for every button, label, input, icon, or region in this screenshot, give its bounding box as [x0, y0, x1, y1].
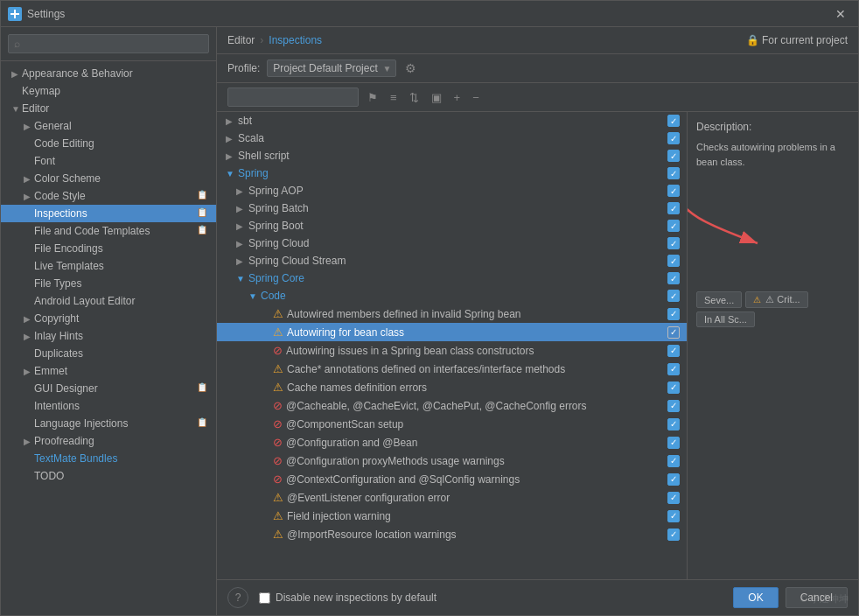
checkbox-spring[interactable]: ✓ — [667, 167, 680, 179]
checkbox-shell[interactable]: ✓ — [667, 150, 680, 162]
inspection-component-scan[interactable]: ⊘ @ComponentScan setup ✓ — [217, 415, 687, 433]
inspection-event-listener[interactable]: ⚠ @EventListener configuration error ✓ — [217, 488, 687, 507]
expand-arrow-icon — [261, 419, 273, 429]
checkbox-spring-boot[interactable]: ✓ — [667, 220, 680, 232]
checkbox-import-resource[interactable]: ✓ — [667, 528, 680, 541]
filter-button[interactable]: ⚑ — [364, 89, 381, 106]
severity-warn-icon: ⚠ — [273, 381, 283, 394]
inspection-spring-batch[interactable]: ▶ Spring Batch ✓ — [217, 200, 687, 217]
sidebar-search-input[interactable] — [8, 34, 209, 53]
for-current-project[interactable]: 🔒 For current project — [746, 34, 848, 46]
sidebar-item-live-templates[interactable]: Live Templates — [1, 257, 216, 275]
remove-button[interactable]: − — [469, 89, 483, 106]
checkbox-context-config[interactable]: ✓ — [667, 473, 680, 486]
checkbox-autowired-invalid[interactable]: ✓ — [667, 308, 680, 320]
sidebar-item-color-scheme[interactable]: ▶ Color Scheme — [1, 170, 216, 187]
sidebar-item-code-editing[interactable]: Code Editing — [1, 135, 216, 152]
inspection-code[interactable]: ▼ Code ✓ — [217, 287, 687, 304]
sidebar-item-inlay-hints[interactable]: ▶ Inlay Hints — [1, 327, 216, 345]
checkbox-cache-names[interactable]: ✓ — [667, 382, 680, 394]
inspection-spring-cloud-stream[interactable]: ▶ Spring Cloud Stream ✓ — [217, 252, 687, 270]
checkbox-autowiring-bean[interactable]: ✓ — [667, 326, 680, 339]
group-by-button[interactable]: ≡ — [387, 89, 401, 106]
sidebar-item-android-layout[interactable]: Android Layout Editor — [1, 292, 216, 310]
sidebar-item-copyright[interactable]: ▶ Copyright — [1, 310, 216, 327]
sidebar-item-file-templates[interactable]: File and Code Templates 📋 — [1, 222, 216, 240]
sidebar-item-duplicates[interactable]: Duplicates — [1, 345, 216, 362]
checkbox-spring-cloud-stream[interactable]: ✓ — [667, 255, 680, 267]
severity-button[interactable]: Seve... — [696, 291, 742, 308]
filter-input[interactable] — [227, 88, 359, 107]
sidebar-item-font[interactable]: Font — [1, 152, 216, 170]
gear-button[interactable]: ⚙ — [403, 60, 418, 77]
checkbox-cache-annotations[interactable]: ✓ — [667, 363, 680, 375]
checkbox-spring-cloud[interactable]: ✓ — [667, 237, 680, 249]
inspection-autowiring-issues[interactable]: ⊘ Autowiring issues in a Spring bean cla… — [217, 341, 687, 360]
expand-arrow-icon: ▶ — [226, 116, 238, 126]
profile-select[interactable]: Project Default Project Default — [267, 60, 396, 77]
inspection-spring-aop[interactable]: ▶ Spring AOP ✓ — [217, 182, 687, 200]
checkbox-event-listener[interactable]: ✓ — [667, 492, 680, 504]
arrow-icon — [24, 227, 34, 236]
checkbox-code[interactable]: ✓ — [667, 290, 680, 302]
help-button[interactable]: ? — [227, 587, 248, 608]
bottom-bar: ? Disable new inspections by default OK … — [217, 579, 858, 615]
crit-button[interactable]: ⚠ ⚠ Crit... — [745, 291, 807, 308]
inspection-spring[interactable]: ▼ Spring ✓ — [217, 164, 687, 182]
inspection-spring-core[interactable]: ▼ Spring Core ✓ — [217, 270, 687, 287]
inspection-cache-annotations[interactable]: ⚠ Cache* annotations defined on interfac… — [217, 360, 687, 378]
checkbox-component-scan[interactable]: ✓ — [667, 418, 680, 430]
inspection-spring-cloud[interactable]: ▶ Spring Cloud ✓ — [217, 234, 687, 252]
sidebar-item-todo[interactable]: TODO — [1, 467, 216, 485]
checkbox-autowiring-issues[interactable]: ✓ — [667, 345, 680, 357]
checkbox-config-proxy[interactable]: ✓ — [667, 455, 680, 467]
checkbox-spring-aop[interactable]: ✓ — [667, 185, 680, 197]
sidebar-item-proofreading[interactable]: ▶ Proofreading — [1, 432, 216, 450]
inspection-import-resource[interactable]: ⚠ @ImportResource location warnings ✓ — [217, 525, 687, 543]
inspection-context-config[interactable]: ⊘ @ContextConfiguration and @SqlConfig w… — [217, 470, 687, 488]
inspection-spring-boot[interactable]: ▶ Spring Boot ✓ — [217, 217, 687, 234]
inspection-field-injection[interactable]: ⚠ Field injection warning ✓ — [217, 507, 687, 525]
sidebar-item-code-style[interactable]: ▶ Code Style 📋 — [1, 187, 216, 205]
add-button[interactable]: + — [450, 89, 464, 106]
sidebar-item-intentions[interactable]: Intentions — [1, 397, 216, 415]
severity-error-icon: ⊘ — [273, 454, 283, 467]
inspection-autowiring-bean[interactable]: ⚠ Autowiring for bean class ✓ — [217, 323, 687, 341]
checkbox-spring-core[interactable]: ✓ — [667, 272, 680, 284]
bottom-left: ? Disable new inspections by default — [227, 587, 436, 608]
sidebar-item-textmate[interactable]: TextMate Bundles — [1, 450, 216, 467]
ok-button[interactable]: OK — [733, 587, 778, 608]
sort-button[interactable]: ⇅ — [406, 89, 423, 106]
sidebar-item-file-types[interactable]: File Types — [1, 275, 216, 292]
sidebar-item-emmet[interactable]: ▶ Emmet — [1, 362, 216, 380]
inspection-config-proxy[interactable]: ⊘ @Configuration proxyMethods usage warn… — [217, 452, 687, 470]
inspection-shell[interactable]: ▶ Shell script ✓ — [217, 147, 687, 164]
sidebar-item-appearance[interactable]: ▶ Appearance & Behavior — [1, 65, 216, 82]
inspection-cacheable[interactable]: ⊘ @Cacheable, @CacheEvict, @CachePut, @C… — [217, 396, 687, 415]
expand-all-button[interactable]: ▣ — [428, 89, 445, 106]
arrow-icon: ▶ — [24, 174, 34, 184]
inspection-cache-names[interactable]: ⚠ Cache names definition errors ✓ — [217, 378, 687, 396]
scope-button[interactable]: In All Sc... — [696, 312, 755, 327]
sidebar-item-general[interactable]: ▶ General — [1, 117, 216, 135]
sidebar-item-keymap[interactable]: Keymap — [1, 82, 216, 100]
checkbox-cacheable[interactable]: ✓ — [667, 400, 680, 412]
sidebar-item-file-encodings[interactable]: File Encodings — [1, 240, 216, 257]
inspection-config-bean[interactable]: ⊘ @Configuration and @Bean ✓ — [217, 433, 687, 452]
checkbox-scala[interactable]: ✓ — [667, 132, 680, 144]
checkbox-config-bean[interactable]: ✓ — [667, 437, 680, 449]
checkbox-spring-batch[interactable]: ✓ — [667, 202, 680, 214]
filter-toolbar: 🔍 ⚑ ≡ ⇅ ▣ + − — [217, 83, 858, 112]
sidebar-item-inspections[interactable]: Inspections 📋 — [1, 205, 216, 222]
disable-inspections-checkbox[interactable] — [259, 592, 270, 604]
breadcrumb-sep: › — [260, 34, 263, 46]
checkbox-field-injection[interactable]: ✓ — [667, 510, 680, 522]
checkbox-sbt[interactable]: ✓ — [667, 115, 680, 127]
inspection-sbt[interactable]: ▶ sbt ✓ — [217, 112, 687, 130]
sidebar-item-gui-designer[interactable]: GUI Designer 📋 — [1, 380, 216, 397]
sidebar-item-lang-injections[interactable]: Language Injections 📋 — [1, 415, 216, 432]
sidebar-item-editor[interactable]: ▼ Editor — [1, 100, 216, 117]
close-button[interactable]: ✕ — [830, 5, 851, 23]
inspection-autowired-invalid[interactable]: ⚠ Autowired members defined in invalid S… — [217, 304, 687, 323]
inspection-scala[interactable]: ▶ Scala ✓ — [217, 130, 687, 147]
